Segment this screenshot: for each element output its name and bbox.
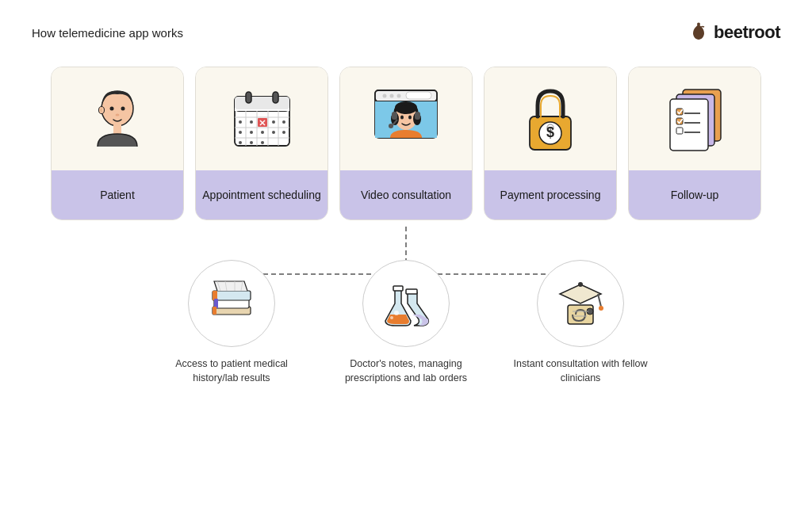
svg-point-27 (239, 131, 242, 134)
svg-point-26 (282, 120, 285, 124)
card-payment: $ Payment processing (484, 67, 617, 220)
svg-line-84 (598, 294, 601, 307)
svg-rect-10 (235, 97, 289, 109)
patient-icon (86, 83, 149, 154)
history-circle (188, 260, 275, 347)
bottom-items-row: Access to patient medical history/lab re… (128, 260, 684, 385)
card-patient-icon-area (52, 67, 183, 170)
video-icon (370, 84, 442, 154)
svg-point-38 (390, 94, 394, 98)
svg-point-32 (239, 141, 242, 144)
svg-point-82 (578, 282, 583, 287)
card-appointment-icon-area (196, 67, 327, 170)
card-payment-label: Payment processing (485, 170, 616, 219)
svg-rect-11 (246, 92, 251, 103)
svg-rect-12 (273, 92, 278, 103)
svg-point-4 (99, 107, 105, 114)
svg-rect-6 (113, 124, 121, 134)
bottom-item-notes: Doctor's notes, managing prescriptions a… (327, 260, 485, 385)
card-video: Video consultation (339, 67, 473, 220)
card-patient-label: Patient (52, 170, 183, 219)
svg-point-25 (272, 120, 275, 124)
bottom-item-history: Access to patient medical history/lab re… (152, 260, 311, 385)
header: How telemedicine app works beetroot (32, 22, 780, 43)
card-video-label: Video consultation (340, 170, 472, 219)
card-appointment: Appointment scheduling (195, 67, 328, 220)
consult-icon (552, 275, 609, 332)
consult-label: Instant consultation with fellow clinici… (501, 357, 660, 385)
svg-point-46 (395, 101, 417, 114)
svg-rect-49 (392, 112, 397, 120)
card-patient: Patient (51, 67, 184, 220)
svg-point-31 (282, 131, 285, 134)
svg-rect-76 (213, 307, 216, 315)
card-appointment-label: Appointment scheduling (196, 170, 327, 219)
svg-point-47 (400, 116, 404, 120)
svg-rect-50 (415, 112, 420, 120)
notes-label: Doctor's notes, managing prescriptions a… (327, 357, 485, 385)
svg-point-28 (250, 131, 253, 134)
svg-marker-81 (560, 284, 601, 303)
card-video-icon-area (340, 67, 472, 170)
svg-point-24 (250, 120, 253, 124)
svg-point-80 (390, 316, 393, 319)
history-icon (203, 275, 260, 332)
appointment-icon (228, 84, 296, 154)
page-title: How telemedicine app works (32, 26, 183, 40)
svg-point-33 (250, 141, 253, 144)
followup-icon (659, 83, 730, 154)
svg-point-39 (397, 94, 401, 98)
page: How telemedicine app works beetroot (0, 0, 812, 515)
svg-rect-78 (406, 289, 417, 294)
notes-icon (377, 275, 435, 332)
svg-point-52 (389, 124, 393, 128)
consult-circle (537, 260, 624, 347)
bottom-item-consult: Instant consultation with fellow clinici… (501, 260, 660, 385)
logo-text: beetroot (714, 22, 780, 43)
card-followup-icon-area (629, 67, 760, 170)
svg-rect-40 (406, 92, 431, 99)
svg-point-2 (110, 107, 114, 111)
svg-rect-65 (676, 128, 683, 134)
svg-point-29 (261, 131, 264, 134)
svg-point-30 (272, 131, 275, 134)
svg-point-48 (408, 116, 412, 120)
connector-section: Access to patient medical history/lab re… (32, 227, 780, 385)
svg-point-85 (599, 306, 603, 311)
svg-point-23 (239, 120, 242, 124)
svg-point-34 (261, 141, 264, 144)
top-cards-row: Patient (32, 67, 780, 220)
notes-circle (362, 260, 450, 347)
card-payment-icon-area: $ (485, 67, 616, 170)
svg-point-3 (121, 107, 125, 111)
history-label: Access to patient medical history/lab re… (152, 357, 311, 385)
svg-point-37 (383, 94, 387, 98)
svg-point-5 (116, 114, 120, 116)
svg-point-0 (697, 23, 700, 26)
svg-rect-73 (213, 291, 251, 300)
svg-rect-77 (393, 286, 403, 291)
payment-icon: $ (519, 83, 582, 154)
svg-point-79 (394, 311, 399, 315)
card-followup: Follow-up (628, 67, 761, 220)
logo: beetroot (688, 22, 780, 43)
svg-rect-59 (670, 99, 708, 151)
card-followup-label: Follow-up (629, 170, 760, 219)
logo-icon (688, 22, 709, 43)
